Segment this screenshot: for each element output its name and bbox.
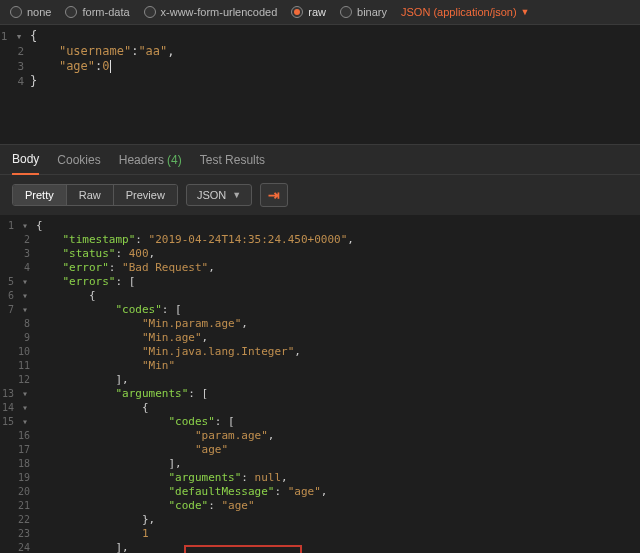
- response-body-editor[interactable]: 1 ▾234 5 ▾6 ▾7 ▾ 89101112 13 ▾14 ▾15 ▾ 1…: [0, 215, 640, 553]
- response-toolbar: Pretty Raw Preview JSON ▼ ⇥: [0, 175, 640, 215]
- body-type-binary[interactable]: binary: [340, 6, 387, 18]
- radio-icon: [65, 6, 77, 18]
- content-type-label: JSON (application/json): [401, 6, 517, 18]
- body-type-form-data[interactable]: form-data: [65, 6, 129, 18]
- request-body-code: { "username":"aa", "age":0 }: [30, 25, 175, 144]
- view-preview-button[interactable]: Preview: [114, 185, 177, 205]
- tab-body[interactable]: Body: [12, 145, 39, 175]
- radio-icon: [291, 6, 303, 18]
- view-pretty-button[interactable]: Pretty: [13, 185, 67, 205]
- radio-label: x-www-form-urlencoded: [161, 6, 278, 18]
- radio-label: none: [27, 6, 51, 18]
- body-type-urlencoded[interactable]: x-www-form-urlencoded: [144, 6, 278, 18]
- line-gutter: 1 ▾234 5 ▾6 ▾7 ▾ 89101112 13 ▾14 ▾15 ▾ 1…: [0, 215, 36, 553]
- wrap-icon: ⇥: [268, 187, 280, 203]
- request-body-editor[interactable]: 1 ▾ 2 3 4 { "username":"aa", "age":0 }: [0, 25, 640, 145]
- tab-test-results[interactable]: Test Results: [200, 145, 265, 175]
- format-dropdown[interactable]: JSON ▼: [186, 184, 252, 206]
- response-body-code: { "timestamp": "2019-04-24T14:35:24.450+…: [36, 215, 354, 553]
- wrap-lines-button[interactable]: ⇥: [260, 183, 288, 207]
- response-tabs: Body Cookies Headers(4) Test Results: [0, 145, 640, 175]
- view-mode-group: Pretty Raw Preview: [12, 184, 178, 206]
- body-type-row: none form-data x-www-form-urlencoded raw…: [0, 0, 640, 25]
- radio-icon: [10, 6, 22, 18]
- radio-label: raw: [308, 6, 326, 18]
- chevron-down-icon: ▼: [232, 190, 241, 200]
- content-type-dropdown[interactable]: JSON (application/json) ▼: [401, 6, 529, 18]
- body-type-raw[interactable]: raw: [291, 6, 326, 18]
- view-raw-button[interactable]: Raw: [67, 185, 114, 205]
- radio-icon: [144, 6, 156, 18]
- tab-headers[interactable]: Headers(4): [119, 145, 182, 175]
- body-type-none[interactable]: none: [10, 6, 51, 18]
- tab-cookies[interactable]: Cookies: [57, 145, 100, 175]
- radio-label: binary: [357, 6, 387, 18]
- line-gutter: 1 ▾ 2 3 4: [0, 25, 30, 144]
- chevron-down-icon: ▼: [521, 7, 530, 17]
- radio-icon: [340, 6, 352, 18]
- radio-label: form-data: [82, 6, 129, 18]
